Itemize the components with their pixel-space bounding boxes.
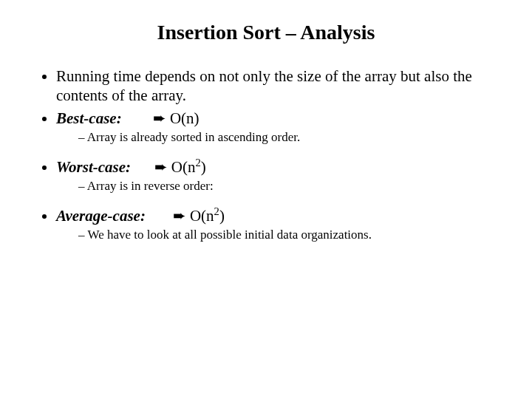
slide-title: Insertion Sort – Analysis — [27, 21, 505, 44]
worst-case-sublist: Array is in reverse order: — [56, 178, 505, 194]
worst-case-o: O(n — [171, 158, 196, 176]
worst-case-close: ) — [201, 158, 206, 176]
average-case-close: ) — [219, 207, 225, 225]
arrow-icon: ➨ — [154, 158, 168, 175]
worst-case-sub: Array is in reverse order: — [78, 178, 505, 194]
bullet-worst-case: Worst-case: ➨ O(n2) Array is in reverse … — [56, 157, 505, 194]
best-case-sub: Array is already sorted in ascending ord… — [78, 129, 505, 146]
best-case-label: Best-case: — [56, 109, 122, 127]
worst-case-label: Worst-case: — [56, 158, 131, 176]
slide: Insertion Sort – Analysis Running time d… — [0, 0, 532, 399]
best-case-complexity: O(n) — [170, 109, 200, 127]
arrow-icon: ➨ — [173, 207, 186, 224]
average-case-sublist: We have to look at all possible initial … — [56, 227, 505, 243]
bullet-list: Running time depends on not only the siz… — [27, 66, 505, 244]
worst-case-exp: 2 — [196, 157, 201, 168]
average-case-exp: 2 — [214, 205, 219, 217]
average-case-o: O(n — [190, 207, 214, 225]
average-case-label: Average-case: — [56, 207, 146, 225]
average-case-sub: We have to look at all possible initial … — [78, 227, 505, 243]
bullet-best-case: Best-case: ➨ O(n) Array is already sorte… — [56, 109, 505, 146]
bullet-running-time: Running time depends on not only the siz… — [56, 66, 505, 106]
best-case-sublist: Array is already sorted in ascending ord… — [56, 129, 505, 146]
arrow-icon: ➨ — [153, 109, 166, 126]
bullet-average-case: Average-case: ➨ O(n2) We have to look at… — [56, 206, 505, 243]
